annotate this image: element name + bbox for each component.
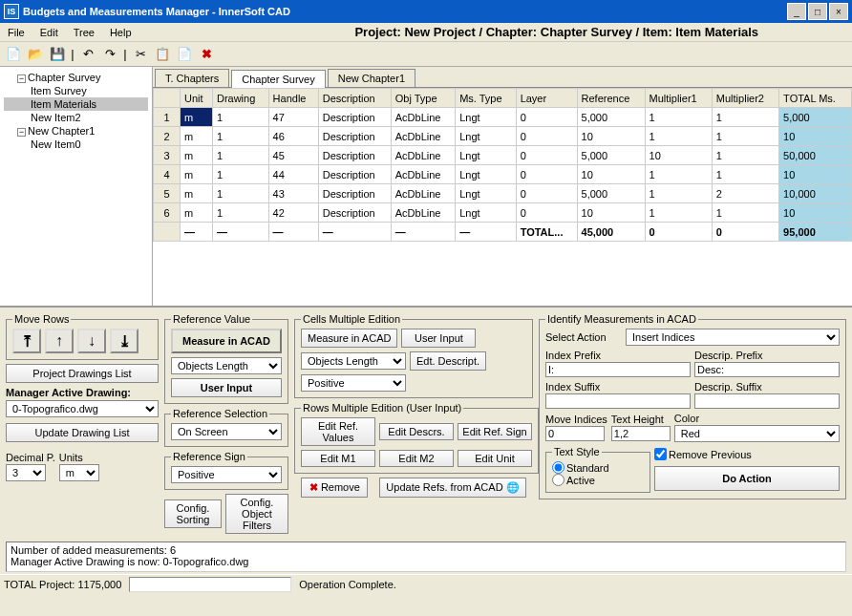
- new-icon[interactable]: 📄: [4, 45, 23, 64]
- move-bottom-button[interactable]: ⤓: [110, 329, 138, 353]
- delete-icon[interactable]: ✖: [197, 45, 216, 64]
- table-cell[interactable]: 10: [577, 127, 645, 146]
- table-cell[interactable]: Lngt: [456, 184, 516, 203]
- tree-node-new-chapter1[interactable]: −New Chapter1: [4, 124, 148, 138]
- table-cell[interactable]: 1: [645, 165, 712, 184]
- text-style-standard-radio[interactable]: [552, 461, 564, 474]
- table-cell[interactable]: 2: [712, 184, 778, 203]
- menu-help[interactable]: Help: [110, 27, 132, 38]
- edit-m2-button[interactable]: Edit M2: [379, 450, 454, 467]
- col-reference[interactable]: Reference: [577, 89, 645, 108]
- table-cell[interactable]: 1: [645, 108, 712, 127]
- table-cell[interactable]: 1: [712, 127, 778, 146]
- edit-m1-button[interactable]: Edit M1: [301, 450, 375, 467]
- table-cell[interactable]: AcDbLine: [391, 146, 455, 165]
- minimize-button[interactable]: _: [787, 3, 806, 20]
- text-height-input[interactable]: [611, 426, 671, 441]
- col-ms-type[interactable]: Ms. Type: [456, 89, 516, 108]
- maximize-button[interactable]: □: [808, 3, 827, 20]
- move-top-button[interactable]: ⤒: [12, 329, 41, 353]
- open-icon[interactable]: 📂: [26, 45, 45, 64]
- table-row[interactable]: 6m142DescriptionAcDbLineLngt0101110: [154, 203, 852, 223]
- table-cell[interactable]: 1: [712, 203, 778, 223]
- table-row[interactable]: 4m144DescriptionAcDbLineLngt0101110: [154, 165, 852, 184]
- table-cell[interactable]: 10: [577, 165, 645, 184]
- tree-node-new-item0[interactable]: New Item0: [4, 138, 148, 151]
- col-multiplier1[interactable]: Multiplier1: [645, 89, 712, 108]
- edit-unit-button[interactable]: Edit Unit: [458, 450, 532, 467]
- table-cell[interactable]: 10: [645, 146, 712, 165]
- col-obj-type[interactable]: Obj Type: [391, 89, 455, 108]
- table-cell[interactable]: m: [181, 127, 213, 146]
- table-cell[interactable]: 10: [779, 203, 852, 223]
- table-cell[interactable]: 45: [268, 146, 318, 165]
- collapse-icon[interactable]: −: [17, 128, 26, 137]
- col-drawing[interactable]: Drawing: [212, 89, 268, 108]
- table-cell[interactable]: 1: [154, 108, 181, 127]
- table-cell[interactable]: 10: [577, 203, 645, 223]
- copy-icon[interactable]: 📋: [153, 45, 172, 64]
- cells-measure-acad-button[interactable]: Measure in ACAD: [301, 329, 397, 348]
- cells-objects-length-select[interactable]: Objects Length: [301, 352, 406, 370]
- table-cell[interactable]: 10: [779, 165, 852, 184]
- table-cell[interactable]: 50,000: [779, 146, 852, 165]
- table-cell[interactable]: 1: [212, 108, 268, 127]
- cells-positive-select[interactable]: Positive: [301, 374, 406, 392]
- table-cell[interactable]: AcDbLine: [391, 184, 455, 203]
- tree-node-item-materials[interactable]: Item Materials: [4, 97, 148, 111]
- save-icon[interactable]: 💾: [48, 45, 67, 64]
- project-drawings-list-button[interactable]: Project Drawings List: [6, 364, 159, 383]
- table-row[interactable]: 5m143DescriptionAcDbLineLngt05,0001210,0…: [154, 184, 852, 203]
- edit-descript-button[interactable]: Edt. Descript.: [410, 351, 486, 371]
- table-cell[interactable]: 1: [712, 108, 778, 127]
- table-cell[interactable]: m: [181, 146, 213, 165]
- table-cell[interactable]: AcDbLine: [391, 108, 455, 127]
- table-row[interactable]: 3m145DescriptionAcDbLineLngt05,00010150,…: [154, 146, 852, 165]
- table-cell[interactable]: 5,000: [577, 146, 645, 165]
- text-style-active-radio[interactable]: [552, 474, 564, 486]
- table-cell[interactable]: 1: [212, 146, 268, 165]
- redo-icon[interactable]: ↷: [100, 45, 119, 64]
- table-cell[interactable]: m: [181, 165, 213, 184]
- table-cell[interactable]: 1: [712, 146, 778, 165]
- table-cell[interactable]: Description: [318, 146, 391, 165]
- decimal-p-select[interactable]: 3: [6, 464, 46, 481]
- table-cell[interactable]: m: [181, 108, 213, 127]
- table-cell[interactable]: 46: [268, 127, 318, 146]
- table-cell[interactable]: 42: [268, 203, 318, 223]
- table-cell[interactable]: 44: [268, 165, 318, 184]
- menu-file[interactable]: File: [8, 27, 25, 38]
- table-cell[interactable]: m: [181, 184, 213, 203]
- index-prefix-input[interactable]: [545, 362, 691, 377]
- paste-icon[interactable]: 📄: [175, 45, 194, 64]
- table-cell[interactable]: 0: [516, 108, 577, 127]
- table-cell[interactable]: Description: [318, 203, 391, 223]
- col-rownum[interactable]: [154, 89, 181, 108]
- table-cell[interactable]: 47: [268, 108, 318, 127]
- table-cell[interactable]: 0: [516, 127, 577, 146]
- table-cell[interactable]: Lngt: [456, 108, 516, 127]
- table-cell[interactable]: Lngt: [456, 203, 516, 223]
- table-cell[interactable]: 10: [779, 127, 852, 146]
- table-cell[interactable]: 5: [154, 184, 181, 203]
- tree-node-item-survey[interactable]: Item Survey: [4, 84, 148, 97]
- table-cell[interactable]: Description: [318, 127, 391, 146]
- select-action-select[interactable]: Insert Indices: [626, 329, 840, 346]
- reference-value-select[interactable]: Objects Length: [171, 357, 282, 374]
- table-cell[interactable]: 4: [154, 165, 181, 184]
- table-cell[interactable]: 5,000: [577, 108, 645, 127]
- move-down-button[interactable]: ↓: [77, 329, 106, 353]
- project-tree[interactable]: −Chapter Survey Item Survey Item Materia…: [0, 67, 153, 306]
- menu-tree[interactable]: Tree: [74, 27, 95, 38]
- tab-new-chapter1[interactable]: New Chapter1: [328, 69, 415, 87]
- measure-in-acad-button[interactable]: Measure in ACAD: [171, 329, 282, 353]
- col-unit[interactable]: Unit: [181, 89, 213, 108]
- table-cell[interactable]: 0: [516, 203, 577, 223]
- table-cell[interactable]: 0: [516, 184, 577, 203]
- table-cell[interactable]: Description: [318, 108, 391, 127]
- table-cell[interactable]: AcDbLine: [391, 127, 455, 146]
- table-cell[interactable]: Description: [318, 184, 391, 203]
- cells-user-input-button[interactable]: User Input: [401, 329, 476, 348]
- edit-descrs-button[interactable]: Edit Descrs.: [379, 423, 454, 440]
- table-cell[interactable]: 1: [645, 184, 712, 203]
